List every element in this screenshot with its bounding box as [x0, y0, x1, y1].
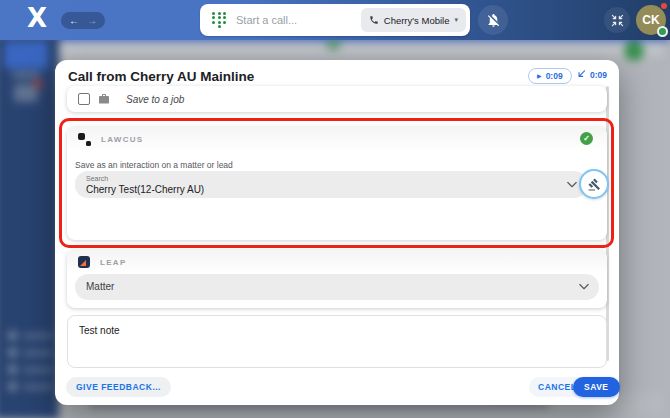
call-duration: 0:09	[576, 69, 607, 80]
dialpad-icon	[212, 12, 226, 29]
note-box: Test note	[67, 315, 607, 368]
user-avatar[interactable]: CK	[636, 5, 666, 35]
app-window: X ← → Cherry's Mobile ▾	[0, 0, 670, 418]
start-call-searchbar[interactable]: Cherry's Mobile ▾	[200, 4, 470, 36]
play-icon: ▶	[537, 73, 542, 79]
leap-logo-icon	[78, 256, 90, 268]
lawcus-logo-icon	[78, 133, 91, 146]
incoming-call-icon	[576, 69, 587, 80]
start-call-input[interactable]	[236, 14, 361, 26]
chevron-down-icon	[567, 181, 577, 188]
save-to-job-label: Save to a job	[126, 94, 184, 105]
recording-timer-pill[interactable]: ▶ 0:09	[528, 68, 572, 84]
bell-off-icon	[486, 13, 501, 28]
leap-header: LEAP	[67, 250, 607, 274]
online-status-dot	[657, 26, 668, 37]
avatar-initials: CK	[642, 13, 659, 27]
lawcus-matter-select[interactable]: Search Cherry Test(12-Cherry AU)	[75, 171, 587, 198]
leap-matter-select[interactable]: Matter	[75, 274, 599, 300]
lawcus-section-label: LAWCUS	[101, 135, 143, 144]
phone-icon	[369, 15, 379, 25]
give-feedback-button[interactable]: GIVE FEEDBACK...	[66, 377, 171, 397]
lawcus-header: LAWCUS ✓	[67, 127, 607, 151]
notifications-muted-button[interactable]	[478, 5, 508, 35]
call-duration-value: 0:09	[590, 70, 607, 80]
leap-matter-value: Matter	[86, 281, 114, 292]
chevron-down-icon: ▾	[454, 16, 458, 24]
leap-section-label: LEAP	[100, 258, 127, 267]
save-button[interactable]: SAVE	[573, 377, 620, 397]
nextiva-logo: X	[27, 3, 47, 33]
save-to-job-checkbox[interactable]	[78, 93, 90, 105]
dialog-title: Call from Cherry AU Mainline	[68, 69, 254, 84]
top-bar: X ← → Cherry's Mobile ▾	[0, 0, 670, 40]
lawcus-search-label: Search	[86, 175, 108, 182]
lawcus-description: Save as an interaction on a matter or le…	[75, 160, 233, 170]
lawcus-gavel-button[interactable]	[579, 169, 609, 199]
call-log-dialog: Call from Cherry AU Mainline ▶ 0:09 0:09…	[55, 60, 619, 405]
lawcus-search-value: Cherry Test(12-Cherry AU)	[86, 184, 204, 195]
recording-timer-value: 0:09	[546, 71, 563, 81]
gavel-icon	[588, 178, 601, 191]
note-input[interactable]: Test note	[68, 316, 606, 367]
chevron-down-icon	[579, 284, 589, 291]
back-arrow-icon[interactable]: ←	[69, 16, 79, 26]
line-selector-button[interactable]: Cherry's Mobile ▾	[361, 8, 466, 32]
briefcase-icon	[98, 93, 110, 105]
leap-section: LEAP Matter	[67, 250, 607, 308]
forward-arrow-icon[interactable]: →	[87, 16, 97, 26]
collapse-window-button[interactable]	[604, 7, 630, 33]
collapse-arrows-icon	[611, 14, 624, 27]
lawcus-connected-check-icon: ✓	[580, 132, 593, 145]
lawcus-section: LAWCUS ✓ Save as an interaction on a mat…	[67, 127, 607, 240]
line-selector-label: Cherry's Mobile	[384, 15, 450, 26]
notification-dot	[661, 3, 667, 9]
history-nav: ← →	[61, 12, 105, 29]
save-to-job-card: Save to a job	[67, 86, 607, 112]
